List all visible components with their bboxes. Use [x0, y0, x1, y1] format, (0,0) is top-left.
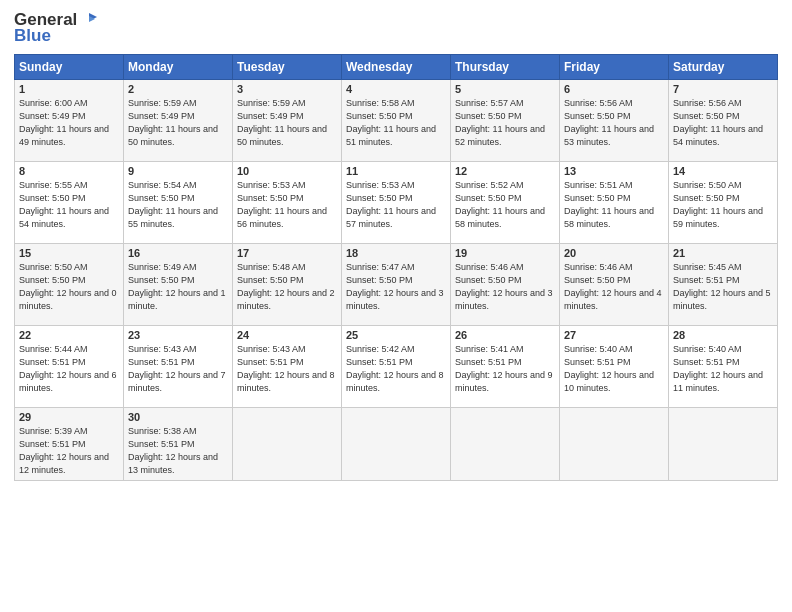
calendar-cell: 1Sunrise: 6:00 AMSunset: 5:49 PMDaylight…: [15, 80, 124, 162]
calendar-cell: 21Sunrise: 5:45 AMSunset: 5:51 PMDayligh…: [669, 244, 778, 326]
logo-bird-icon: [79, 11, 97, 29]
calendar-cell: 12Sunrise: 5:52 AMSunset: 5:50 PMDayligh…: [451, 162, 560, 244]
day-number: 13: [564, 165, 664, 177]
calendar-cell: 18Sunrise: 5:47 AMSunset: 5:50 PMDayligh…: [342, 244, 451, 326]
day-number: 18: [346, 247, 446, 259]
day-number: 16: [128, 247, 228, 259]
calendar-cell: 2Sunrise: 5:59 AMSunset: 5:49 PMDaylight…: [124, 80, 233, 162]
day-info: Sunrise: 5:50 AMSunset: 5:50 PMDaylight:…: [673, 180, 763, 229]
calendar-cell: 4Sunrise: 5:58 AMSunset: 5:50 PMDaylight…: [342, 80, 451, 162]
calendar-cell: 7Sunrise: 5:56 AMSunset: 5:50 PMDaylight…: [669, 80, 778, 162]
day-number: 30: [128, 411, 228, 423]
calendar-table: SundayMondayTuesdayWednesdayThursdayFrid…: [14, 54, 778, 481]
calendar-cell: 15Sunrise: 5:50 AMSunset: 5:50 PMDayligh…: [15, 244, 124, 326]
day-info: Sunrise: 5:39 AMSunset: 5:51 PMDaylight:…: [19, 426, 109, 475]
day-number: 20: [564, 247, 664, 259]
day-info: Sunrise: 5:53 AMSunset: 5:50 PMDaylight:…: [346, 180, 436, 229]
calendar-cell: 25Sunrise: 5:42 AMSunset: 5:51 PMDayligh…: [342, 326, 451, 408]
day-info: Sunrise: 5:42 AMSunset: 5:51 PMDaylight:…: [346, 344, 444, 393]
day-info: Sunrise: 5:40 AMSunset: 5:51 PMDaylight:…: [673, 344, 763, 393]
day-info: Sunrise: 5:54 AMSunset: 5:50 PMDaylight:…: [128, 180, 218, 229]
logo: General Blue: [14, 10, 97, 46]
day-info: Sunrise: 5:41 AMSunset: 5:51 PMDaylight:…: [455, 344, 553, 393]
day-header-thursday: Thursday: [451, 55, 560, 80]
calendar-cell: 10Sunrise: 5:53 AMSunset: 5:50 PMDayligh…: [233, 162, 342, 244]
day-info: Sunrise: 5:59 AMSunset: 5:49 PMDaylight:…: [128, 98, 218, 147]
day-number: 29: [19, 411, 119, 423]
day-number: 21: [673, 247, 773, 259]
calendar-container: General Blue SundayMondayTuesdayWednesda…: [0, 0, 792, 612]
day-info: Sunrise: 5:40 AMSunset: 5:51 PMDaylight:…: [564, 344, 654, 393]
day-number: 4: [346, 83, 446, 95]
day-number: 5: [455, 83, 555, 95]
day-info: Sunrise: 5:53 AMSunset: 5:50 PMDaylight:…: [237, 180, 327, 229]
days-header-row: SundayMondayTuesdayWednesdayThursdayFrid…: [15, 55, 778, 80]
day-info: Sunrise: 5:46 AMSunset: 5:50 PMDaylight:…: [564, 262, 662, 311]
calendar-cell: 26Sunrise: 5:41 AMSunset: 5:51 PMDayligh…: [451, 326, 560, 408]
day-number: 14: [673, 165, 773, 177]
calendar-cell: 30Sunrise: 5:38 AMSunset: 5:51 PMDayligh…: [124, 408, 233, 481]
day-info: Sunrise: 5:57 AMSunset: 5:50 PMDaylight:…: [455, 98, 545, 147]
day-number: 22: [19, 329, 119, 341]
day-number: 28: [673, 329, 773, 341]
day-info: Sunrise: 5:43 AMSunset: 5:51 PMDaylight:…: [237, 344, 335, 393]
day-info: Sunrise: 5:46 AMSunset: 5:50 PMDaylight:…: [455, 262, 553, 311]
day-number: 6: [564, 83, 664, 95]
week-row-5: 29Sunrise: 5:39 AMSunset: 5:51 PMDayligh…: [15, 408, 778, 481]
day-header-friday: Friday: [560, 55, 669, 80]
calendar-cell: 23Sunrise: 5:43 AMSunset: 5:51 PMDayligh…: [124, 326, 233, 408]
calendar-cell: 28Sunrise: 5:40 AMSunset: 5:51 PMDayligh…: [669, 326, 778, 408]
calendar-cell: 17Sunrise: 5:48 AMSunset: 5:50 PMDayligh…: [233, 244, 342, 326]
day-number: 11: [346, 165, 446, 177]
day-info: Sunrise: 5:44 AMSunset: 5:51 PMDaylight:…: [19, 344, 117, 393]
day-info: Sunrise: 5:56 AMSunset: 5:50 PMDaylight:…: [673, 98, 763, 147]
calendar-cell: 20Sunrise: 5:46 AMSunset: 5:50 PMDayligh…: [560, 244, 669, 326]
day-info: Sunrise: 5:55 AMSunset: 5:50 PMDaylight:…: [19, 180, 109, 229]
week-row-1: 1Sunrise: 6:00 AMSunset: 5:49 PMDaylight…: [15, 80, 778, 162]
calendar-cell: 14Sunrise: 5:50 AMSunset: 5:50 PMDayligh…: [669, 162, 778, 244]
day-info: Sunrise: 5:43 AMSunset: 5:51 PMDaylight:…: [128, 344, 226, 393]
calendar-cell: 22Sunrise: 5:44 AMSunset: 5:51 PMDayligh…: [15, 326, 124, 408]
day-number: 7: [673, 83, 773, 95]
calendar-cell: 16Sunrise: 5:49 AMSunset: 5:50 PMDayligh…: [124, 244, 233, 326]
day-number: 3: [237, 83, 337, 95]
calendar-cell: 29Sunrise: 5:39 AMSunset: 5:51 PMDayligh…: [15, 408, 124, 481]
day-number: 23: [128, 329, 228, 341]
day-number: 26: [455, 329, 555, 341]
calendar-cell: [233, 408, 342, 481]
day-number: 19: [455, 247, 555, 259]
day-info: Sunrise: 5:49 AMSunset: 5:50 PMDaylight:…: [128, 262, 226, 311]
day-number: 1: [19, 83, 119, 95]
day-info: Sunrise: 5:58 AMSunset: 5:50 PMDaylight:…: [346, 98, 436, 147]
calendar-cell: 5Sunrise: 5:57 AMSunset: 5:50 PMDaylight…: [451, 80, 560, 162]
calendar-cell: [560, 408, 669, 481]
day-info: Sunrise: 5:47 AMSunset: 5:50 PMDaylight:…: [346, 262, 444, 311]
day-header-monday: Monday: [124, 55, 233, 80]
day-number: 9: [128, 165, 228, 177]
day-info: Sunrise: 6:00 AMSunset: 5:49 PMDaylight:…: [19, 98, 109, 147]
calendar-cell: [451, 408, 560, 481]
header: General Blue: [14, 10, 778, 46]
week-row-4: 22Sunrise: 5:44 AMSunset: 5:51 PMDayligh…: [15, 326, 778, 408]
day-number: 15: [19, 247, 119, 259]
calendar-cell: 8Sunrise: 5:55 AMSunset: 5:50 PMDaylight…: [15, 162, 124, 244]
calendar-cell: [669, 408, 778, 481]
calendar-cell: 27Sunrise: 5:40 AMSunset: 5:51 PMDayligh…: [560, 326, 669, 408]
calendar-cell: 19Sunrise: 5:46 AMSunset: 5:50 PMDayligh…: [451, 244, 560, 326]
day-info: Sunrise: 5:56 AMSunset: 5:50 PMDaylight:…: [564, 98, 654, 147]
day-number: 27: [564, 329, 664, 341]
day-number: 17: [237, 247, 337, 259]
day-number: 12: [455, 165, 555, 177]
day-info: Sunrise: 5:50 AMSunset: 5:50 PMDaylight:…: [19, 262, 117, 311]
calendar-cell: 24Sunrise: 5:43 AMSunset: 5:51 PMDayligh…: [233, 326, 342, 408]
week-row-3: 15Sunrise: 5:50 AMSunset: 5:50 PMDayligh…: [15, 244, 778, 326]
logo-blue: Blue: [14, 26, 51, 46]
day-number: 8: [19, 165, 119, 177]
day-info: Sunrise: 5:38 AMSunset: 5:51 PMDaylight:…: [128, 426, 218, 475]
day-number: 10: [237, 165, 337, 177]
day-info: Sunrise: 5:45 AMSunset: 5:51 PMDaylight:…: [673, 262, 771, 311]
day-info: Sunrise: 5:59 AMSunset: 5:49 PMDaylight:…: [237, 98, 327, 147]
day-header-saturday: Saturday: [669, 55, 778, 80]
day-number: 24: [237, 329, 337, 341]
calendar-cell: 11Sunrise: 5:53 AMSunset: 5:50 PMDayligh…: [342, 162, 451, 244]
